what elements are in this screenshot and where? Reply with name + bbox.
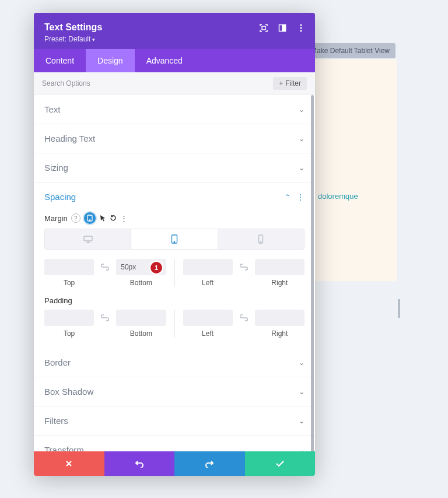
section-label: Border <box>44 357 71 367</box>
make-default-tablet-button[interactable]: Make Default Tablet View <box>305 43 396 58</box>
callout-badge-1: 1 <box>150 262 162 273</box>
padding-top-input[interactable] <box>44 310 94 326</box>
kebab-icon[interactable] <box>296 23 306 33</box>
section-transform[interactable]: Transform ⌄ <box>34 436 315 451</box>
expand-icon[interactable] <box>259 23 268 33</box>
filter-label: Filter <box>285 79 301 87</box>
section-label: Heading Text <box>44 134 95 143</box>
plus-icon: + <box>279 79 283 87</box>
background-panel <box>315 59 397 281</box>
padding-right-input[interactable] <box>255 310 304 326</box>
divider <box>174 259 175 287</box>
section-filters[interactable]: Filters ⌄ <box>34 406 315 436</box>
section-box-shadow[interactable]: Box Shadow ⌄ <box>34 377 315 406</box>
section-label: Spacing <box>44 192 76 202</box>
modal-header: Text Settings Preset: Default <box>34 13 315 49</box>
device-tab-phone[interactable] <box>218 229 304 249</box>
modal-tabs: Content Design Advanced <box>34 49 315 72</box>
modal-footer <box>34 451 315 476</box>
text-settings-modal: Text Settings Preset: Default Conte <box>34 13 315 476</box>
reset-icon[interactable] <box>110 215 117 222</box>
undo-button[interactable] <box>104 451 175 476</box>
section-heading-text[interactable]: Heading Text ⌄ <box>34 124 315 153</box>
section-label: Transform <box>44 445 84 451</box>
kebab-icon[interactable]: ⋮ <box>120 214 128 223</box>
link-icon[interactable] <box>239 259 249 275</box>
margin-label-row: Margin ? ⋮ <box>44 212 304 224</box>
chevron-down-icon: ⌄ <box>299 359 304 367</box>
side-label-left: Left <box>202 279 214 287</box>
chevron-down-icon: ⌄ <box>299 135 304 143</box>
tab-advanced[interactable]: Advanced <box>135 49 194 72</box>
svg-point-12 <box>261 241 261 242</box>
cancel-button[interactable] <box>34 451 104 476</box>
side-label-bottom: Bottom <box>130 279 152 287</box>
chevron-down-icon: ⌄ <box>299 388 304 396</box>
chevron-down-icon: ⌄ <box>299 164 304 172</box>
kebab-icon[interactable]: ⋮ <box>296 192 304 202</box>
svg-point-3 <box>300 24 302 26</box>
link-icon[interactable] <box>239 310 249 326</box>
section-label: Box Shadow <box>44 387 93 397</box>
svg-rect-2 <box>282 25 286 31</box>
filter-button[interactable]: + Filter <box>273 77 307 90</box>
svg-point-5 <box>300 30 302 31</box>
background-sample-text: doloremque <box>318 192 358 201</box>
resize-handle[interactable] <box>398 299 400 318</box>
device-tab-tablet[interactable] <box>131 229 218 249</box>
svg-point-10 <box>174 241 175 243</box>
tab-content[interactable]: Content <box>34 49 86 72</box>
margin-right-input[interactable] <box>255 259 304 275</box>
margin-inputs: Top Bottom Left <box>44 259 304 287</box>
design-sections: Text ⌄ Heading Text ⌄ Sizing ⌄ Spacing ⌃… <box>34 95 315 451</box>
chevron-up-icon: ⌃ <box>285 193 290 201</box>
svg-rect-0 <box>262 26 265 30</box>
spacing-body: Margin ? ⋮ <box>34 212 315 348</box>
responsive-tablet-chip[interactable] <box>84 212 96 224</box>
svg-point-4 <box>300 27 302 29</box>
padding-bottom-input[interactable] <box>116 310 166 326</box>
link-icon[interactable] <box>100 310 110 326</box>
padding-inputs: Top Bottom Left <box>44 310 304 338</box>
preset-dropdown[interactable]: Preset: Default <box>44 35 304 43</box>
chevron-down-icon: ⌄ <box>299 417 304 425</box>
search-input[interactable]: Search Options <box>42 79 90 87</box>
side-label-bottom: Bottom <box>130 329 152 338</box>
margin-top-input[interactable] <box>44 259 94 275</box>
hover-cursor-icon[interactable] <box>99 215 106 222</box>
device-tabs <box>44 229 304 250</box>
divider <box>174 310 175 338</box>
section-label: Filters <box>44 416 68 426</box>
save-button[interactable] <box>245 451 316 476</box>
chevron-down-icon: ⌄ <box>299 446 304 452</box>
margin-left-input[interactable] <box>183 259 233 275</box>
section-label: Sizing <box>44 163 68 173</box>
side-label-top: Top <box>64 279 75 287</box>
tab-design[interactable]: Design <box>86 49 135 72</box>
section-text[interactable]: Text ⌄ <box>34 95 315 124</box>
scrollbar[interactable] <box>311 95 314 451</box>
side-label-right: Right <box>271 279 288 287</box>
side-label-left: Left <box>202 329 214 338</box>
padding-left-input[interactable] <box>183 310 233 326</box>
section-border[interactable]: Border ⌄ <box>34 348 315 377</box>
search-options-bar: Search Options + Filter <box>34 72 315 95</box>
side-label-right: Right <box>271 329 288 338</box>
help-icon[interactable]: ? <box>71 213 80 223</box>
chevron-down-icon: ⌄ <box>299 106 304 114</box>
side-label-top: Top <box>64 329 75 338</box>
padding-label: Padding <box>44 296 304 305</box>
svg-rect-8 <box>84 236 92 241</box>
link-icon[interactable] <box>100 259 110 275</box>
snap-icon[interactable] <box>278 23 287 33</box>
margin-label: Margin <box>44 214 68 223</box>
redo-button[interactable] <box>174 451 245 476</box>
section-sizing[interactable]: Sizing ⌄ <box>34 153 315 183</box>
device-tab-desktop[interactable] <box>45 229 131 249</box>
section-label: Text <box>44 104 61 114</box>
section-spacing[interactable]: Spacing ⌃ ⋮ <box>34 183 315 209</box>
svg-point-7 <box>89 220 90 220</box>
